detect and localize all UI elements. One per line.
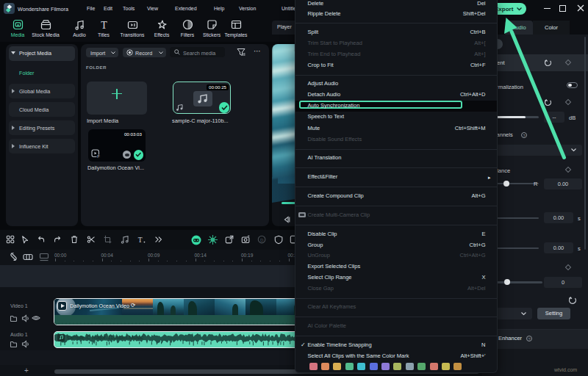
- svg-text:D: D: [260, 237, 264, 242]
- svg-text:T: T: [138, 236, 143, 244]
- svg-text:P: P: [97, 155, 99, 159]
